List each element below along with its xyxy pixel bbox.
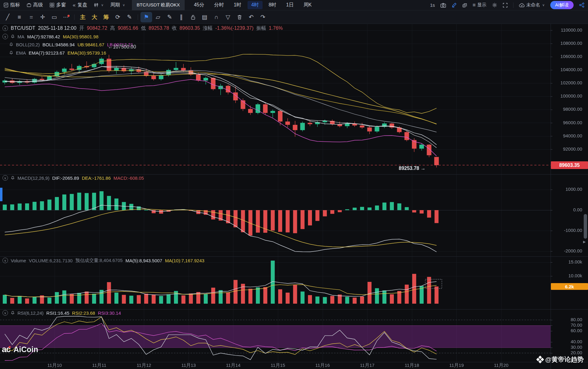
author-credit-text: @黄帝论趋势 bbox=[545, 355, 584, 364]
add-window-button[interactable] bbox=[462, 3, 467, 8]
expand-icon bbox=[503, 3, 508, 8]
trading-app-window: 指标 高级 多窗 « 复盘 ∨ 周期 ∨ BT bbox=[0, 0, 588, 369]
freehand-tool[interactable]: ✎ bbox=[164, 12, 175, 22]
logo-red-dot bbox=[9, 346, 11, 348]
share-button[interactable] bbox=[579, 2, 584, 8]
collapse-rsi-button[interactable]: ∨ bbox=[2, 310, 8, 316]
main-toolbar: 指标 高级 多窗 « 复盘 ∨ 周期 ∨ BT bbox=[0, 0, 588, 10]
share-icon bbox=[579, 2, 584, 8]
note-tool[interactable]: ▤ bbox=[199, 12, 210, 22]
add-window-icon bbox=[462, 3, 467, 8]
chevron-down-icon: ∨ bbox=[101, 3, 103, 7]
change-label: 涨幅 bbox=[203, 25, 213, 32]
refresh-interval-badge[interactable]: 1s bbox=[430, 2, 435, 8]
dif-value: DIF:-2065.89 bbox=[52, 175, 79, 181]
undo-button[interactable]: ↶ bbox=[245, 12, 257, 22]
current-volume-tag[interactable]: 6.2k bbox=[551, 283, 588, 290]
period-dropdown[interactable]: 周期 ∨ bbox=[110, 2, 125, 8]
high-value: 90851.66 bbox=[118, 25, 138, 31]
ema30-value: EMA(30):95739.16 bbox=[67, 50, 106, 56]
alert-bell-icon[interactable] bbox=[11, 311, 15, 315]
ema7-value: EMA(7):92123.67 bbox=[29, 50, 65, 56]
drawing-toolbar: ╱ ≡ = ✛ ▭ ⋯ 主 大 筹 ⟳ ✎ ⚑ ▱ ✎ ∥ ▤ ∩ ▽ ↶ ↷ bbox=[0, 10, 588, 24]
ruler-tool[interactable]: ▱ bbox=[152, 12, 164, 22]
chart-canvas[interactable] bbox=[0, 24, 588, 369]
timeframe-8h[interactable]: 8时 bbox=[265, 1, 280, 9]
replay-label: 复盘 bbox=[77, 2, 87, 8]
cloud-check-icon bbox=[519, 3, 525, 7]
ma-name: MA bbox=[17, 34, 25, 39]
divider bbox=[513, 2, 513, 8]
symbol-label: BTC/USDT bbox=[11, 25, 35, 31]
redo-button[interactable]: ↷ bbox=[257, 12, 269, 22]
amplitude-value: 1.76% bbox=[269, 25, 283, 31]
chip-distribution-tool[interactable]: 筹 bbox=[100, 12, 112, 22]
draw-button[interactable] bbox=[452, 2, 457, 8]
timeframe-1d[interactable]: 1日 bbox=[282, 1, 298, 9]
collapse-ma-button[interactable]: ∨ bbox=[2, 34, 8, 39]
author-watermark: @黄帝论趋势 bbox=[537, 355, 584, 364]
indicator-chart-icon bbox=[4, 3, 8, 7]
pencil-icon bbox=[452, 2, 457, 8]
alert-bell-icon[interactable] bbox=[11, 176, 15, 180]
candlestick-icon bbox=[94, 3, 98, 7]
replay-button[interactable]: « 复盘 bbox=[73, 2, 87, 8]
candle-pattern-tool[interactable]: ∥ bbox=[175, 12, 187, 22]
large-view-tool[interactable]: 大 bbox=[89, 12, 100, 22]
symbol-tab[interactable]: BTC/USDT 欧易OKX bbox=[132, 0, 185, 10]
close-label: 收 bbox=[172, 25, 177, 32]
parallel-lines-tool[interactable]: ≡ bbox=[13, 12, 25, 22]
chart-style-dropdown[interactable]: ∨ bbox=[94, 3, 103, 7]
rectangle-tool[interactable]: ▭ bbox=[48, 12, 60, 22]
amplitude-label: 振幅 bbox=[256, 25, 266, 32]
replay-edit-tool[interactable]: ⟳ bbox=[112, 12, 124, 22]
timeframe-45m[interactable]: 45分 bbox=[190, 1, 208, 9]
current-price-tag[interactable]: 89603.35 bbox=[551, 161, 588, 169]
display-menu-button[interactable]: ≡ 显示 bbox=[473, 2, 486, 8]
indicators-label: 指标 bbox=[10, 2, 20, 8]
alert-bell-icon[interactable] bbox=[9, 42, 13, 47]
timeframe-1h[interactable]: 1时 bbox=[230, 1, 245, 9]
cross-line-tool[interactable]: ✛ bbox=[37, 12, 48, 22]
alert-bell-icon[interactable] bbox=[11, 34, 15, 39]
multi-window-icon bbox=[50, 3, 54, 7]
flag-marker-tool-selected[interactable]: ⚑ bbox=[140, 12, 152, 22]
main-chart-tool[interactable]: 主 bbox=[77, 12, 89, 22]
filter-tool[interactable]: ▽ bbox=[222, 12, 234, 22]
aicoin-watermark: ac AiCoin bbox=[2, 345, 38, 354]
screenshot-button[interactable] bbox=[440, 3, 446, 8]
layout-name-label: 未命名 bbox=[526, 2, 540, 8]
collapse-macd-button[interactable]: ∨ bbox=[2, 175, 8, 181]
lock-tool[interactable] bbox=[187, 12, 199, 22]
macd-name: MACD(12,26,9) bbox=[17, 175, 49, 181]
collapse-main-panel-button[interactable]: ∨ bbox=[2, 25, 8, 31]
timeframe-tick[interactable]: 分时 bbox=[210, 1, 228, 9]
price-alert-line-label[interactable]: ←107500.00 bbox=[108, 44, 136, 50]
magnet-tool[interactable]: ∩ bbox=[210, 12, 222, 22]
timeframe-1w[interactable]: 周K bbox=[300, 1, 316, 9]
multi-window-button[interactable]: 多窗 bbox=[50, 2, 66, 8]
more-tools[interactable]: ⋯ bbox=[60, 12, 72, 22]
delete-tool[interactable] bbox=[234, 12, 245, 22]
axis-scrollbar-thumb[interactable] bbox=[584, 214, 587, 239]
alert-bell-icon[interactable] bbox=[9, 51, 13, 55]
settings-button[interactable] bbox=[492, 2, 497, 8]
panel-expand-arrow[interactable]: ▶ bbox=[583, 240, 586, 244]
collapse-volume-button[interactable]: ∨ bbox=[2, 258, 8, 263]
trendline-tool[interactable]: ╱ bbox=[2, 12, 13, 22]
session-low-annotation: 89253.78 → bbox=[399, 166, 425, 171]
ai-interpret-button[interactable]: AI解读 bbox=[550, 1, 574, 9]
macd-value: MACD:-608.05 bbox=[113, 175, 144, 181]
boll-mid-value: BOLL:94586.94 bbox=[43, 42, 75, 47]
symbol-tab-label: BTC/USDT 欧易OKX bbox=[137, 2, 180, 8]
indicators-button[interactable]: 指标 bbox=[4, 2, 20, 8]
layout-save-dropdown[interactable]: 未命名 ∨ bbox=[519, 2, 545, 8]
divider bbox=[74, 14, 75, 20]
horizontal-line-tool[interactable]: = bbox=[25, 12, 37, 22]
multi-window-label: 多窗 bbox=[56, 2, 66, 8]
fullscreen-button[interactable] bbox=[503, 3, 508, 8]
trash-icon bbox=[237, 15, 242, 20]
timeframe-4h-active[interactable]: 4时 bbox=[248, 1, 263, 9]
signature-tool[interactable]: ✎ bbox=[124, 12, 135, 22]
advanced-button[interactable]: 高级 bbox=[27, 2, 43, 8]
